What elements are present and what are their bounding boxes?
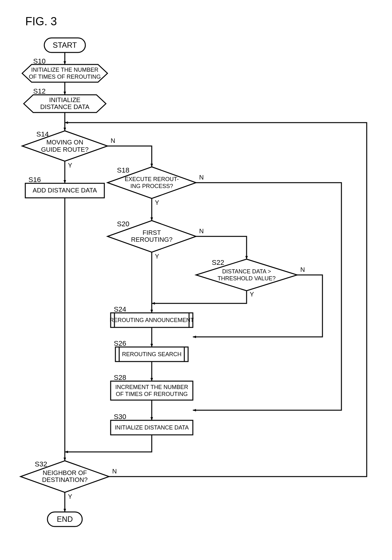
- svg-text:S24: S24: [114, 305, 126, 313]
- edge-label-s18-y: Y: [155, 199, 159, 206]
- node-s14: S14 MOVING ON GUIDE ROUTE?: [22, 130, 107, 161]
- svg-text:ADD DISTANCE  DATA: ADD DISTANCE DATA: [33, 187, 97, 194]
- svg-text:END: END: [57, 515, 73, 523]
- edge-s14-s18: [107, 146, 152, 167]
- svg-text:S20: S20: [117, 220, 129, 228]
- node-start: START: [44, 38, 85, 52]
- svg-text:OF TIMES OF REROUTING: OF TIMES OF REROUTING: [29, 74, 101, 80]
- edge-s30-merge: [65, 435, 152, 452]
- svg-text:DISTANCE DATA: DISTANCE DATA: [40, 103, 89, 110]
- svg-text:S32: S32: [35, 460, 47, 468]
- svg-text:S26: S26: [114, 339, 126, 347]
- flowchart-diagram: FIG. 3 START S10 INITIALIZE THE NUMBER O…: [0, 0, 392, 560]
- edge-label-s22-y: Y: [250, 291, 254, 298]
- node-end: END: [47, 512, 82, 527]
- svg-text:EXECUTE REROUT-: EXECUTE REROUT-: [125, 176, 179, 182]
- node-s32: S32 NEIGHBOR OF DESTINATION?: [21, 460, 109, 492]
- svg-text:GUIDE ROUTE?: GUIDE ROUTE?: [41, 146, 89, 153]
- svg-text:NEIGHBOR OF: NEIGHBOR OF: [43, 469, 87, 476]
- edge-label-s32-y: Y: [68, 493, 72, 500]
- node-s20: S20 FIRST REROUTING?: [107, 220, 196, 252]
- edge-label-s18-n: N: [199, 174, 204, 181]
- svg-text:S16: S16: [28, 176, 41, 184]
- edge-label-s22-n: N: [300, 266, 305, 273]
- node-s22: S22 DISTANCE DATA > THRESHOLD VALUE?: [196, 259, 297, 291]
- svg-text:INITIALIZE: INITIALIZE: [49, 96, 81, 103]
- svg-text:ING PROCESS?: ING PROCESS?: [130, 183, 173, 189]
- svg-text:S12: S12: [33, 87, 46, 95]
- svg-text:DESTINATION?: DESTINATION?: [42, 476, 88, 483]
- svg-text:S10: S10: [33, 57, 46, 65]
- node-s26: S26 REROUTING SEARCH: [114, 339, 188, 362]
- edge-label-s14-n: N: [111, 137, 115, 144]
- svg-text:OF TIMES OF REROUTING: OF TIMES OF REROUTING: [116, 391, 188, 397]
- edge-s18-merge: [193, 183, 341, 410]
- edge-label-s32-n: N: [112, 468, 117, 475]
- svg-text:REROUTING ANNOUNCEMENT: REROUTING ANNOUNCEMENT: [110, 317, 194, 323]
- edge-s20-s22: [196, 236, 247, 259]
- edge-s32-loop: [65, 123, 367, 477]
- svg-text:INITIALIZE THE NUMBER: INITIALIZE THE NUMBER: [31, 67, 99, 73]
- node-s18: S18 EXECUTE REROUT- ING PROCESS?: [107, 166, 196, 198]
- svg-text:REROUTING?: REROUTING?: [131, 236, 172, 243]
- svg-text:DISTANCE DATA >: DISTANCE DATA >: [222, 268, 271, 275]
- svg-text:S28: S28: [114, 374, 126, 381]
- svg-text:FIRST: FIRST: [143, 229, 161, 236]
- svg-text:S30: S30: [114, 413, 126, 421]
- edge-label-s20-n: N: [199, 228, 204, 234]
- svg-text:THRESHOLD VALUE?: THRESHOLD VALUE?: [217, 275, 276, 282]
- edge-s22-merge: [152, 291, 247, 303]
- svg-text:INCREMENT THE NUMBER: INCREMENT THE NUMBER: [115, 384, 188, 390]
- svg-text:MOVING ON: MOVING ON: [46, 139, 83, 146]
- figure-title: FIG. 3: [25, 15, 57, 28]
- edge-label-s20-y: Y: [155, 253, 159, 260]
- svg-text:INITIALIZE DISTANCE DATA: INITIALIZE DISTANCE DATA: [115, 424, 189, 431]
- svg-text:S22: S22: [212, 259, 224, 266]
- edge-label-s14-y: Y: [68, 162, 72, 169]
- svg-text:REROUTING  SEARCH: REROUTING SEARCH: [122, 351, 181, 357]
- svg-text:START: START: [53, 41, 77, 49]
- svg-text:S18: S18: [117, 166, 129, 174]
